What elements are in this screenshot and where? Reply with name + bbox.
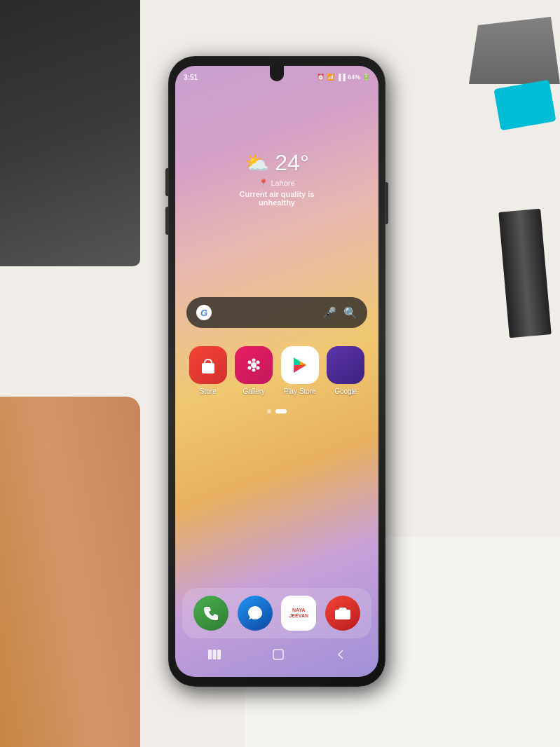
play-store-app-icon[interactable] — [281, 346, 319, 384]
svg-rect-15 — [273, 650, 283, 659]
page-dot-active — [275, 409, 287, 413]
google-label: Google — [334, 388, 357, 395]
svg-rect-0 — [202, 363, 214, 374]
store-app-icon[interactable] — [189, 346, 227, 384]
weather-location: 📍 Lahore — [226, 179, 328, 188]
status-right: ⏰ 📶 ▐▐ 64% 🔋 — [317, 74, 370, 81]
dock-messages-icon[interactable] — [238, 596, 273, 631]
battery-icon: 🔋 — [362, 74, 370, 81]
svg-rect-14 — [217, 650, 221, 659]
app-item-gallery[interactable]: Gallery — [234, 346, 275, 395]
microphone-icon[interactable]: 🎤 — [322, 306, 336, 320]
dock-phone-icon[interactable] — [193, 596, 228, 631]
google-g-logo: G — [196, 305, 212, 320]
svg-point-1 — [251, 362, 257, 368]
app-item-google[interactable]: Google — [326, 346, 367, 395]
google-lens-icon[interactable]: 🔍 — [343, 306, 357, 320]
phone-screen: 3:51 ⏰ 📶 ▐▐ 64% 🔋 ⛅ 24° 📍 Lahore Current… — [175, 66, 378, 677]
page-indicator — [267, 409, 287, 413]
svg-point-2 — [252, 359, 256, 362]
app-item-play-store[interactable]: Play Store — [280, 346, 320, 395]
svg-point-5 — [252, 369, 256, 372]
store-label: Store — [200, 388, 217, 395]
svg-rect-12 — [208, 650, 212, 659]
recents-button[interactable] — [208, 650, 221, 662]
svg-rect-13 — [212, 650, 216, 659]
battery-text: 64% — [348, 74, 360, 81]
gallery-app-icon[interactable] — [235, 346, 273, 384]
alarm-icon: ⏰ — [317, 74, 325, 81]
location-pin-icon: 📍 — [259, 179, 268, 187]
weather-cloud-icon: ⛅ — [245, 151, 269, 174]
phone-shell: 3:51 ⏰ 📶 ▐▐ 64% 🔋 ⛅ 24° 📍 Lahore Current… — [168, 56, 385, 687]
play-store-label: Play Store — [284, 388, 316, 395]
app-item-store[interactable]: Store — [188, 346, 228, 395]
camera-notch — [270, 66, 284, 81]
svg-point-6 — [248, 366, 252, 370]
navigation-bar — [182, 643, 371, 669]
dock: NAYAJEEVAN — [182, 588, 371, 638]
signal-icon: ▐▐ — [336, 74, 346, 81]
gallery-label: Gallery — [243, 388, 265, 395]
weather-temp-row: ⛅ 24° — [226, 150, 328, 176]
app-grid: Store Gallery — [182, 346, 371, 395]
weather-air-quality: Current air quality is unhealthy — [226, 190, 328, 207]
laptop-background — [0, 0, 140, 266]
svg-point-3 — [257, 361, 260, 364]
wifi-icon: 📶 — [327, 74, 334, 81]
google-search-bar[interactable]: G 🎤 🔍 — [186, 297, 367, 328]
page-dot-1 — [267, 409, 271, 413]
svg-point-7 — [248, 361, 252, 364]
weather-widget[interactable]: ⛅ 24° 📍 Lahore Current air quality is un… — [226, 150, 328, 207]
search-action-icons: 🎤 🔍 — [322, 306, 357, 320]
back-button[interactable] — [336, 648, 346, 664]
svg-point-4 — [257, 366, 260, 370]
hand — [0, 397, 140, 747]
home-button[interactable] — [272, 648, 285, 664]
dock-camera-icon[interactable] — [325, 596, 360, 631]
google-folder-icon[interactable] — [327, 346, 364, 384]
dock-nayajeevan-icon[interactable]: NAYAJEEVAN — [281, 596, 316, 631]
weather-temperature: 24° — [275, 150, 308, 176]
status-time: 3:51 — [184, 74, 198, 81]
